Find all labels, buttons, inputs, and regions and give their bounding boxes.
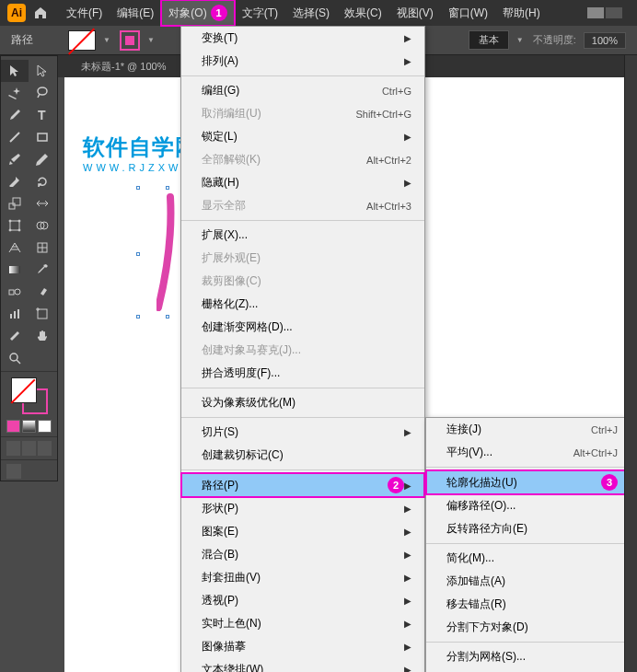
draw-inside[interactable] bbox=[38, 441, 52, 456]
eraser-tool[interactable] bbox=[1, 170, 29, 192]
menu-help[interactable]: 帮助(H) bbox=[495, 0, 548, 26]
menu-edit[interactable]: 编辑(E) bbox=[110, 0, 161, 26]
object-menu-item-5[interactable]: 锁定(L)▶ bbox=[181, 125, 424, 148]
menu-window[interactable]: 窗口(W) bbox=[441, 0, 495, 26]
opacity-value[interactable]: 100% bbox=[584, 32, 626, 49]
type-tool[interactable]: T bbox=[29, 104, 56, 126]
direct-selection-tool[interactable] bbox=[29, 60, 56, 82]
symbol-sprayer-tool[interactable] bbox=[29, 281, 56, 303]
pen-tool[interactable] bbox=[1, 104, 29, 126]
fill-color[interactable] bbox=[68, 30, 96, 51]
eyedropper-tool[interactable] bbox=[29, 259, 56, 281]
hand-tool[interactable] bbox=[29, 325, 56, 347]
object-menu-item-23[interactable]: 路径(P)2▶ bbox=[181, 473, 424, 497]
gradient-tool[interactable] bbox=[1, 259, 29, 281]
paintbrush-tool[interactable] bbox=[1, 148, 29, 170]
lasso-tool[interactable] bbox=[29, 82, 56, 104]
path-submenu-item-9[interactable]: 移去锚点(R) bbox=[426, 593, 631, 616]
stroke-color[interactable] bbox=[120, 30, 140, 51]
submenu-arrow-icon: ▶ bbox=[404, 481, 411, 491]
document-tab[interactable]: 未标题-1* @ 100% bbox=[72, 60, 175, 74]
pencil-tool[interactable] bbox=[29, 148, 56, 170]
object-menu-item-20[interactable]: 切片(S)▶ bbox=[181, 421, 424, 444]
menu-effect[interactable]: 效果(C) bbox=[337, 0, 389, 26]
chevron-down-icon[interactable]: ▼ bbox=[103, 36, 112, 45]
menu-separator bbox=[181, 469, 424, 470]
object-menu-item-31[interactable]: 文本绕排(W)▶ bbox=[181, 658, 424, 672]
mesh-tool[interactable] bbox=[29, 237, 56, 259]
path-submenu-item-12[interactable]: 分割为网格(S)... bbox=[426, 645, 631, 668]
column-graph-tool[interactable] bbox=[1, 303, 29, 325]
right-panel-collapsed[interactable] bbox=[624, 55, 637, 672]
menu-object[interactable]: 对象(O) 1 bbox=[161, 0, 234, 26]
draw-normal[interactable] bbox=[6, 441, 20, 456]
object-menu-item-25[interactable]: 图案(E)▶ bbox=[181, 520, 424, 543]
artboard-tool[interactable] bbox=[29, 303, 56, 325]
fill-swatch[interactable] bbox=[11, 377, 37, 403]
none-mode[interactable] bbox=[38, 420, 52, 433]
object-menu-item-3[interactable]: 编组(G)Ctrl+G bbox=[181, 79, 424, 102]
menu-item-label: 图案(E) bbox=[202, 524, 404, 539]
path-submenu-item-10[interactable]: 分割下方对象(D) bbox=[426, 616, 631, 639]
path-submenu-item-0[interactable]: 连接(J)Ctrl+J bbox=[426, 418, 631, 441]
rectangle-tool[interactable] bbox=[29, 126, 56, 148]
object-menu-item-30[interactable]: 图像描摹▶ bbox=[181, 635, 424, 658]
object-menu-item-28[interactable]: 透视(P)▶ bbox=[181, 589, 424, 612]
zoom-tool[interactable] bbox=[1, 347, 29, 369]
path-submenu-item-5[interactable]: 反转路径方向(E) bbox=[426, 517, 631, 540]
path-submenu-item-8[interactable]: 添加锚点(A) bbox=[426, 570, 631, 593]
menu-separator bbox=[181, 388, 424, 388]
menu-item-label: 简化(M)... bbox=[446, 550, 618, 566]
menu-item-label: 分割下方对象(D) bbox=[446, 620, 618, 635]
object-menu-item-6: 全部解锁(K)Alt+Ctrl+2 bbox=[181, 148, 424, 171]
menu-file[interactable]: 文件(F) bbox=[59, 0, 110, 26]
menu-view[interactable]: 视图(V) bbox=[389, 0, 441, 26]
object-menu-item-14[interactable]: 创建渐变网格(D)... bbox=[181, 316, 424, 339]
free-transform-tool[interactable] bbox=[1, 214, 29, 237]
rotate-tool[interactable] bbox=[29, 170, 56, 192]
perspective-grid-tool[interactable] bbox=[1, 237, 29, 259]
app-icon[interactable]: Ai bbox=[7, 4, 26, 22]
menu-type[interactable]: 文字(T) bbox=[235, 0, 285, 26]
path-submenu-item-13[interactable]: 清理(C)... bbox=[426, 668, 631, 672]
object-menu-item-16[interactable]: 拼合透明度(F)... bbox=[181, 362, 424, 385]
workspace-switcher[interactable] bbox=[580, 7, 630, 18]
chevron-down-icon[interactable]: ▼ bbox=[516, 36, 526, 45]
chevron-down-icon[interactable]: ▼ bbox=[147, 36, 156, 45]
fill-stroke-swatch[interactable] bbox=[11, 377, 48, 414]
path-submenu-item-4[interactable]: 偏移路径(O)... bbox=[426, 494, 631, 517]
scale-tool[interactable] bbox=[1, 192, 29, 214]
object-menu-item-27[interactable]: 封套扭曲(V)▶ bbox=[181, 566, 424, 589]
object-menu-item-1[interactable]: 排列(A)▶ bbox=[181, 50, 424, 73]
object-menu-item-29[interactable]: 实时上色(N)▶ bbox=[181, 612, 424, 635]
object-menu-item-18[interactable]: 设为像素级优化(M) bbox=[181, 391, 424, 414]
screen-mode[interactable] bbox=[6, 464, 21, 479]
selection-tool[interactable] bbox=[1, 60, 29, 82]
submenu-arrow-icon: ▶ bbox=[404, 56, 411, 66]
object-menu-item-7[interactable]: 隐藏(H)▶ bbox=[181, 171, 424, 194]
submenu-arrow-icon: ▶ bbox=[404, 504, 411, 514]
draw-behind[interactable] bbox=[22, 441, 36, 456]
slice-tool[interactable] bbox=[1, 325, 29, 347]
color-mode[interactable] bbox=[6, 420, 20, 433]
width-tool[interactable] bbox=[29, 192, 56, 214]
object-menu-item-13[interactable]: 栅格化(Z)... bbox=[181, 293, 424, 316]
svg-point-7 bbox=[9, 220, 11, 222]
path-submenu-item-1[interactable]: 平均(V)...Alt+Ctrl+J bbox=[426, 441, 631, 464]
object-menu-item-0[interactable]: 变换(T)▶ bbox=[181, 27, 424, 50]
blend-tool[interactable] bbox=[1, 281, 29, 303]
line-tool[interactable] bbox=[1, 126, 29, 148]
path-submenu-item-7[interactable]: 简化(M)... bbox=[426, 547, 631, 570]
menu-item-label: 移去锚点(R) bbox=[446, 597, 618, 612]
object-menu-item-21[interactable]: 创建裁切标记(C) bbox=[181, 444, 424, 467]
magic-wand-tool[interactable] bbox=[1, 82, 29, 104]
graphic-style[interactable]: 基本 bbox=[469, 30, 509, 50]
path-submenu-item-3[interactable]: 轮廓化描边(U)3 bbox=[426, 470, 631, 494]
menu-select[interactable]: 选择(S) bbox=[285, 0, 337, 26]
object-menu-item-10[interactable]: 扩展(X)... bbox=[181, 224, 424, 247]
shape-builder-tool[interactable] bbox=[29, 214, 56, 237]
object-menu-item-24[interactable]: 形状(P)▶ bbox=[181, 497, 424, 520]
object-menu-item-26[interactable]: 混合(B)▶ bbox=[181, 543, 424, 566]
home-icon[interactable] bbox=[33, 6, 48, 20]
gradient-mode[interactable] bbox=[22, 420, 36, 433]
